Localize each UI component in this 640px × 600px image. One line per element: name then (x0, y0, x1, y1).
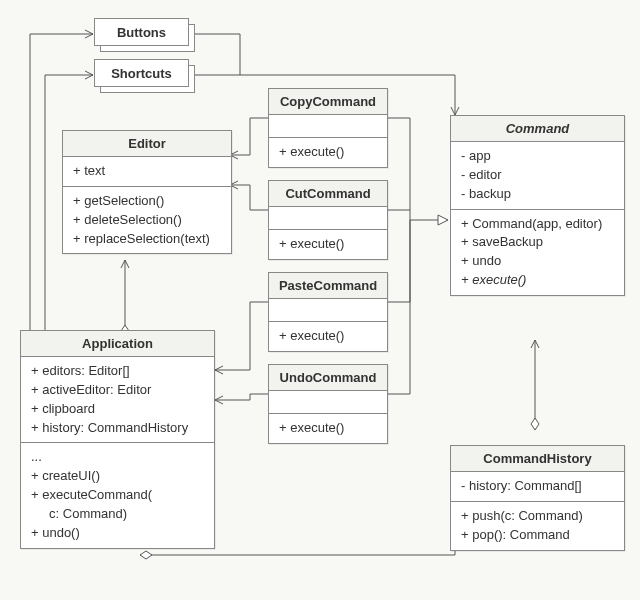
undo-attrs (269, 391, 387, 414)
application-class: Application + editors: Editor[] + active… (20, 330, 215, 549)
cut-attrs (269, 207, 387, 230)
buttons-label: Buttons (117, 25, 166, 40)
history-methods: + push(c: Command) + pop(): Command (451, 502, 624, 550)
command-title: Command (451, 116, 624, 142)
copy-attrs (269, 115, 387, 138)
paste-attrs (269, 299, 387, 322)
command-class: Command - app - editor - backup + Comman… (450, 115, 625, 296)
command-methods: + Command(app, editor) + saveBackup + un… (451, 210, 624, 295)
editor-class: Editor + text + getSelection() + deleteS… (62, 130, 232, 254)
paste-title: PasteCommand (269, 273, 387, 299)
buttons-box: Buttons (94, 18, 189, 46)
command-attrs: - app - editor - backup (451, 142, 624, 210)
history-title: CommandHistory (451, 446, 624, 472)
shortcuts-label: Shortcuts (111, 66, 172, 81)
application-title: Application (21, 331, 214, 357)
undo-methods: + execute() (269, 414, 387, 443)
shortcuts-box: Shortcuts (94, 59, 189, 87)
cut-title: CutCommand (269, 181, 387, 207)
editor-methods: + getSelection() + deleteSelection() + r… (63, 187, 231, 254)
cut-command-class: CutCommand + execute() (268, 180, 388, 260)
undo-title: UndoCommand (269, 365, 387, 391)
history-attrs: - history: Command[] (451, 472, 624, 502)
copy-command-class: CopyCommand + execute() (268, 88, 388, 168)
undo-command-class: UndoCommand + execute() (268, 364, 388, 444)
editor-title: Editor (63, 131, 231, 157)
editor-attrs: + text (63, 157, 231, 187)
application-attrs: + editors: Editor[] + activeEditor: Edit… (21, 357, 214, 443)
paste-methods: + execute() (269, 322, 387, 351)
cut-methods: + execute() (269, 230, 387, 259)
application-methods: ... + createUI() + executeCommand( c: Co… (21, 443, 214, 547)
copy-methods: + execute() (269, 138, 387, 167)
copy-title: CopyCommand (269, 89, 387, 115)
paste-command-class: PasteCommand + execute() (268, 272, 388, 352)
command-history-class: CommandHistory - history: Command[] + pu… (450, 445, 625, 551)
